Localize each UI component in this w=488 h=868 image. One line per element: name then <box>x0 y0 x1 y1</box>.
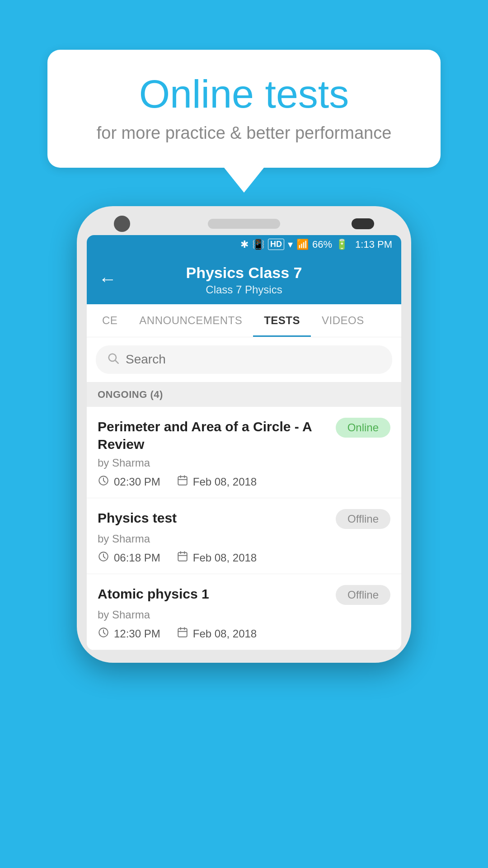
speech-bubble-arrow <box>224 168 264 193</box>
hd-badge: HD <box>268 239 284 250</box>
test-title: Perimeter and Area of a Circle - A Revie… <box>98 418 328 453</box>
search-icon <box>107 352 119 368</box>
test-date-value: Feb 08, 2018 <box>193 552 257 564</box>
svg-rect-13 <box>178 628 187 637</box>
test-author: by Sharma <box>98 533 390 545</box>
test-time-value: 02:30 PM <box>114 476 160 488</box>
svg-rect-8 <box>178 552 187 561</box>
status-bar: ✱ 📳 HD ▾ 📶 66% 🔋 1:13 PM <box>87 235 401 254</box>
test-time: 06:18 PM <box>98 551 160 566</box>
test-item[interactable]: Atomic physics 1 Offline by Sharma 12:30… <box>87 574 401 650</box>
test-time: 12:30 PM <box>98 627 160 642</box>
clock-icon <box>98 475 109 490</box>
tab-tests[interactable]: TESTS <box>253 304 311 337</box>
status-badge: Offline <box>336 585 390 605</box>
test-date-value: Feb 08, 2018 <box>193 627 257 640</box>
speech-bubble-container: Online tests for more practice & better … <box>47 50 441 193</box>
test-item[interactable]: Physics test Offline by Sharma 06:18 PM <box>87 498 401 574</box>
test-author: by Sharma <box>98 457 390 469</box>
search-wrapper <box>96 345 392 374</box>
calendar-icon <box>177 475 188 490</box>
section-ongoing-header: ONGOING (4) <box>87 382 401 407</box>
test-time: 02:30 PM <box>98 475 160 490</box>
test-time-value: 12:30 PM <box>114 627 160 640</box>
back-button[interactable]: ← <box>99 269 117 289</box>
search-container <box>87 337 401 382</box>
test-date: Feb 08, 2018 <box>177 475 257 490</box>
search-input[interactable] <box>126 352 381 367</box>
phone-frame: ✱ 📳 HD ▾ 📶 66% 🔋 1:13 PM ← Physics Class… <box>77 206 411 663</box>
test-item-top: Atomic physics 1 Offline <box>98 585 390 605</box>
test-time-value: 06:18 PM <box>114 552 160 564</box>
test-meta: 12:30 PM Feb 08, 2018 <box>98 627 390 642</box>
calendar-icon <box>177 627 188 642</box>
phone-top-area <box>87 219 401 229</box>
calendar-icon <box>177 551 188 566</box>
wifi-icon: ▾ <box>288 239 293 250</box>
status-badge: Offline <box>336 509 390 529</box>
status-badge: Online <box>336 418 390 438</box>
test-title: Atomic physics 1 <box>98 585 328 603</box>
status-time: 1:13 PM <box>355 239 392 250</box>
battery-icon: 🔋 <box>336 239 348 250</box>
tab-ce[interactable]: CE <box>91 304 128 337</box>
phone-home-button <box>352 218 374 229</box>
test-meta: 02:30 PM Feb 08, 2018 <box>98 475 390 490</box>
signal-icon: 📶 <box>296 239 309 250</box>
test-author: by Sharma <box>98 609 390 621</box>
test-meta: 06:18 PM Feb 08, 2018 <box>98 551 390 566</box>
clock-icon <box>98 627 109 642</box>
bluetooth-icon: ✱ <box>240 239 249 250</box>
phone-camera <box>114 216 130 232</box>
test-date: Feb 08, 2018 <box>177 551 257 566</box>
speech-bubble: Online tests for more practice & better … <box>47 50 441 168</box>
breadcrumb: Class 7 Physics <box>100 283 388 296</box>
test-date-value: Feb 08, 2018 <box>193 476 257 488</box>
svg-line-1 <box>115 360 118 363</box>
svg-rect-3 <box>178 476 187 485</box>
status-bar-icons: ✱ 📳 HD ▾ 📶 66% 🔋 <box>240 239 348 250</box>
battery-percent: 66% <box>312 239 332 250</box>
phone-speaker <box>208 219 280 229</box>
tab-announcements[interactable]: ANNOUNCEMENTS <box>128 304 253 337</box>
tab-bar: CE ANNOUNCEMENTS TESTS VIDEOS <box>87 304 401 337</box>
test-item-top: Physics test Offline <box>98 509 390 529</box>
phone-screen: ✱ 📳 HD ▾ 📶 66% 🔋 1:13 PM ← Physics Class… <box>87 235 401 650</box>
test-item-top: Perimeter and Area of a Circle - A Revie… <box>98 418 390 453</box>
clock-icon <box>98 551 109 566</box>
vibrate-icon: 📳 <box>252 239 264 250</box>
tab-videos[interactable]: VIDEOS <box>311 304 375 337</box>
test-item[interactable]: Perimeter and Area of a Circle - A Revie… <box>87 407 401 498</box>
speech-bubble-subtitle: for more practice & better performance <box>75 123 413 143</box>
test-date: Feb 08, 2018 <box>177 627 257 642</box>
speech-bubble-title: Online tests <box>75 72 413 116</box>
screen-title: Physics Class 7 <box>100 264 388 282</box>
test-title: Physics test <box>98 509 328 527</box>
app-header: ← Physics Class 7 Class 7 Physics <box>87 254 401 304</box>
